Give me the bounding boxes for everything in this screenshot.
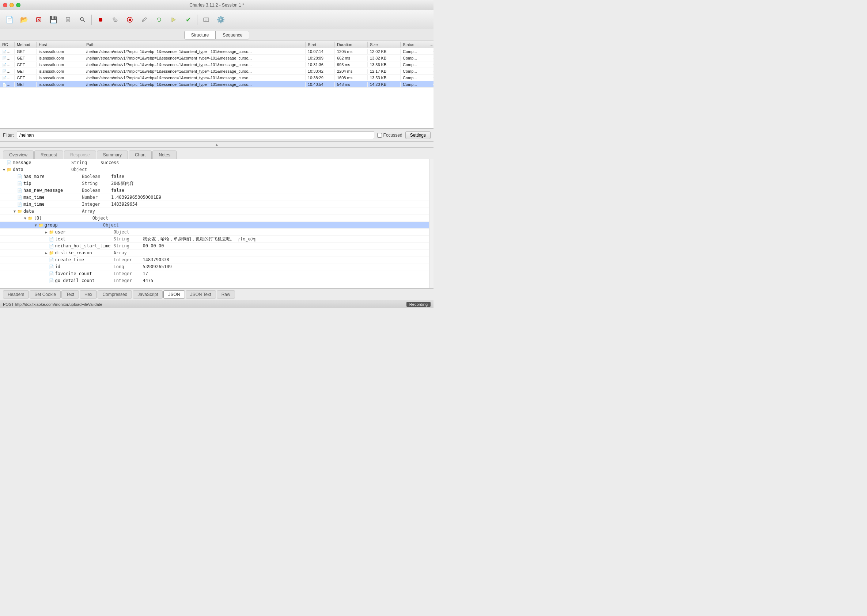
tree-row[interactable]: ▼ 📁 [0] Object [0, 215, 429, 222]
tree-row[interactable]: ▼ 📁 data Array [0, 208, 429, 215]
tab-overview[interactable]: Overview [3, 151, 34, 159]
minimize-button[interactable] [9, 3, 14, 7]
scrollbar[interactable] [429, 159, 433, 288]
tree-row[interactable]: 📄 has_more Boolean false [0, 173, 429, 180]
tree-row[interactable]: 📄 favorite_count Integer 17 [0, 270, 429, 277]
maximize-button[interactable] [16, 3, 20, 7]
tree-row[interactable]: 📄 text String 我女友，哈哈，单身狗们，孤独的打飞机去吧。 ┌(ʘ‿… [0, 236, 429, 243]
open-button[interactable]: 📂 [17, 13, 31, 26]
new-session-button[interactable]: 📄 [3, 13, 16, 26]
cell-method: GET [15, 82, 36, 87]
tree-row[interactable]: 📄 has_new_message Boolean false [0, 187, 429, 194]
tree-value: 1483790338 [143, 257, 169, 262]
table-row[interactable]: 📄200 GET is.snssdk.com /neihan/stream/mi… [0, 61, 433, 68]
save-button[interactable]: 💾 [47, 13, 60, 26]
close-session-button[interactable] [32, 13, 45, 26]
tree-key: data [24, 209, 82, 214]
close-button[interactable] [3, 3, 7, 7]
tree-key: neihan_hot_start_time [55, 244, 114, 248]
tree-type: Object [103, 223, 132, 228]
cell-status: Comp... [401, 69, 426, 74]
tree-toggle[interactable]: ▶ [44, 251, 49, 255]
tab-summary[interactable]: Summary [97, 151, 128, 159]
tab-notes[interactable]: Notes [153, 151, 176, 159]
tree-value: success [101, 160, 119, 165]
tree-row[interactable]: 📄 message String success [0, 159, 429, 166]
tree-row[interactable]: 📄 max_time Number 1.483929653050001E9 [0, 194, 429, 201]
tree-row[interactable]: ▶ 📁 dislike_reason Array [0, 250, 429, 256]
tree-toggle[interactable]: ▼ [2, 168, 6, 172]
tree-toggle-empty [12, 189, 17, 193]
compose-button[interactable] [200, 13, 213, 26]
bottom-tab-json[interactable]: JSON [164, 291, 184, 299]
tree-row[interactable]: 📄 create_time Integer 1483790338 [0, 256, 429, 263]
tree-row[interactable]: 📄 tip String 20条新内容 [0, 180, 429, 187]
settings-toolbar-button[interactable]: ⚙️ [214, 13, 227, 26]
settings-button[interactable]: Settings [405, 131, 431, 139]
tree-row[interactable]: ▼ 📁 data Object [0, 166, 429, 173]
col-header-size: Size [368, 42, 401, 47]
validate-button[interactable]: ✔ [182, 13, 195, 26]
focussed-checkbox[interactable] [377, 133, 382, 138]
col-header-path: Path [84, 42, 305, 47]
table-row[interactable]: 📄200 GET is.snssdk.com /neihan/stream/mi… [0, 74, 433, 81]
tools-button[interactable] [109, 13, 122, 26]
tree-row[interactable]: 📄 neihan_hot_start_time String 00-00-00 [0, 243, 429, 250]
col-header-status: Status [401, 42, 426, 47]
bottom-tab-text[interactable]: Text [61, 291, 79, 299]
tree-row[interactable]: 📄 min_time Integer 1483929654 [0, 201, 429, 208]
bottom-tab-headers[interactable]: Headers [3, 291, 29, 299]
tab-request[interactable]: Request [35, 151, 63, 159]
cell-more [426, 71, 433, 72]
stop-record-button[interactable] [123, 13, 136, 26]
sequence-view-button[interactable]: Sequence [216, 31, 249, 39]
tree-value: 4475 [143, 278, 154, 283]
tree-toggle[interactable]: ▶ [44, 230, 49, 234]
tree-row[interactable]: 📄 id Long 53909265109 [0, 263, 429, 270]
tree-node-icon: 📄 [17, 188, 22, 193]
edit2-button[interactable] [138, 13, 151, 26]
focussed-checkbox-label[interactable]: Focussed [377, 133, 403, 138]
bottom-tab-javascript[interactable]: JavaScript [133, 291, 163, 299]
tree-indent [2, 223, 33, 228]
tree-type: Object [71, 167, 101, 172]
tab-response: Response [64, 151, 96, 159]
bottom-tab-json-text[interactable]: JSON Text [186, 291, 216, 299]
bottom-tab-compressed[interactable]: Compressed [98, 291, 132, 299]
request-table: RC Method Host Path Start Duration Size … [0, 41, 433, 129]
col-header-duration: Duration [335, 42, 368, 47]
find-button[interactable] [76, 13, 89, 26]
table-header: RC Method Host Path Start Duration Size … [0, 41, 433, 48]
table-row[interactable]: 📄200 GET is.snssdk.com /neihan/stream/mi… [0, 68, 433, 74]
table-body: 📄200 GET is.snssdk.com /neihan/stream/mi… [0, 48, 433, 128]
structure-view-button[interactable]: Structure [184, 31, 216, 39]
tree-row[interactable]: 📄 go_detail_count Integer 4475 [0, 277, 429, 284]
filter-input[interactable] [17, 131, 374, 139]
tree-toggle[interactable]: ▼ [12, 209, 17, 214]
cell-more [426, 77, 433, 78]
collapse-bar[interactable]: ▲ [0, 142, 433, 148]
record-button[interactable]: ⏺ [94, 13, 107, 26]
bottom-tab-set-cookie[interactable]: Set Cookie [30, 291, 61, 299]
col-header-rc: RC [0, 42, 15, 47]
clear-button[interactable] [61, 13, 75, 26]
tab-chart[interactable]: Chart [129, 151, 152, 159]
tree-key: favorite_count [55, 271, 114, 276]
tree-toggle[interactable]: ▼ [33, 223, 38, 227]
tree-row[interactable]: ▼ 📁 group Object [0, 222, 429, 229]
breakpoint-button[interactable] [167, 13, 180, 26]
bottom-tab-raw[interactable]: Raw [217, 291, 235, 299]
toolbar-separator-1 [91, 15, 92, 25]
tree-toggle[interactable]: ▼ [23, 216, 28, 220]
tree-key: tip [24, 181, 82, 186]
cell-host: is.snssdk.com [36, 55, 84, 61]
tree-row[interactable]: ▶ 📁 user Object [0, 229, 429, 236]
collapse-icon: ▲ [215, 143, 219, 146]
table-row[interactable]: 📄200 GET is.snssdk.com /neihan/stream/mi… [0, 48, 433, 55]
bottom-tab-hex[interactable]: Hex [80, 291, 97, 299]
repeat-button[interactable] [153, 13, 165, 26]
col-header-more: ... [426, 42, 433, 47]
table-row[interactable]: 📄200 GET is.snssdk.com /neihan/stream/mi… [0, 81, 433, 88]
tree-view[interactable]: 📄 message String success ▼ 📁 data Object… [0, 159, 429, 288]
table-row[interactable]: 📄200 GET is.snssdk.com /neihan/stream/mi… [0, 55, 433, 61]
